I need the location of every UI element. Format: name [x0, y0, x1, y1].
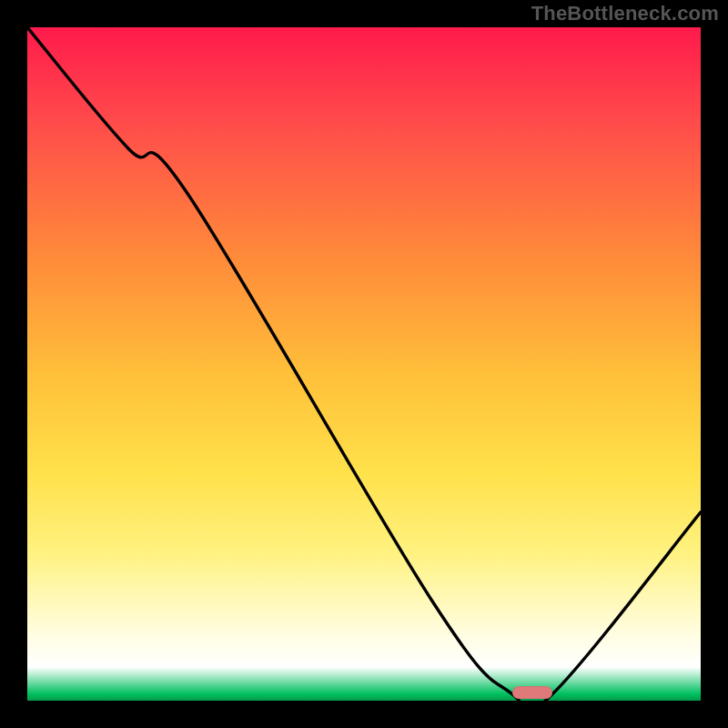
watermark-text: TheBottleneck.com	[531, 2, 719, 25]
bottleneck-curve	[27, 27, 701, 701]
plot-area	[27, 27, 701, 701]
optimal-range-marker	[512, 686, 552, 699]
chart-frame: TheBottleneck.com	[0, 0, 728, 728]
